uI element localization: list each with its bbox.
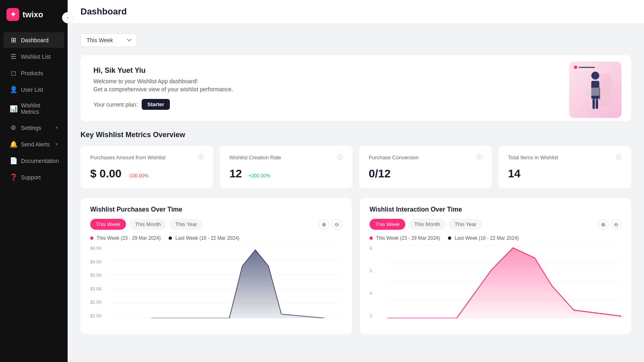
logo-icon: ✦ (6, 8, 19, 21)
sidebar-item-documentation[interactable]: 📄 Documentation (3, 153, 64, 169)
content-area: This Week This Month This Year Hi, Sik Y… (68, 24, 644, 344)
interaction-zoom-in-button[interactable]: ⊕ (598, 219, 609, 230)
metric-info-creation[interactable]: ⓘ (337, 154, 343, 161)
metrics-grid: Purchases Amount from Wishlist ⓘ $ 0.00 … (80, 146, 631, 188)
svg-rect-0 (599, 74, 611, 106)
welcome-plan-row: Your current plan: Starter (93, 99, 618, 110)
interaction-zoom-out-button[interactable]: ⊖ (611, 219, 621, 230)
sidebar-item-wishlist-list[interactable]: ☰ Wishlist List (3, 49, 64, 64)
sidebar-item-send-alerts[interactable]: 🔔 Send Alerts ▾ (3, 136, 64, 152)
purchases-zoom-out-button[interactable]: ⊖ (332, 219, 342, 230)
send-alerts-icon: 🔔 (10, 140, 17, 148)
support-icon: ❓ (10, 173, 17, 181)
interaction-chart-area: 6 5 4 3 (369, 246, 621, 326)
svg-rect-3 (592, 99, 595, 109)
sidebar-label-settings: Settings (21, 125, 41, 131)
illustration-line (579, 67, 595, 68)
metric-value-creation: 12 (229, 167, 242, 180)
metric-header-total: Total Items in Wishlist ⓘ (508, 154, 621, 161)
metric-info-conversion[interactable]: ⓘ (477, 154, 482, 161)
purchases-chart-inner (108, 246, 342, 318)
dot-red (574, 66, 577, 69)
purchases-legend-this-week: This Week (23 - 29 Mar 2024) (90, 235, 161, 241)
metric-bottom-total: 14 (508, 167, 621, 180)
logo[interactable]: ✦ twixo (0, 0, 68, 29)
sidebar-label-send-alerts: Send Alerts (21, 141, 50, 148)
metric-header-purchases: Purchases Amount from Wishlist ⓘ (90, 154, 204, 161)
purchases-legend-dot-last-week (169, 237, 172, 240)
sidebar-item-support[interactable]: ❓ Support (3, 169, 64, 185)
settings-arrow-icon: ▾ (56, 125, 58, 130)
purchases-chart-zoom: ⊕ ⊖ (319, 219, 342, 230)
svg-rect-6 (585, 88, 599, 96)
sidebar-label-products: Products (21, 70, 43, 76)
purchases-y-label-3: $3.5K (90, 273, 106, 278)
interaction-chart-inner (387, 246, 621, 318)
metric-info-total[interactable]: ⓘ (616, 154, 621, 161)
purchases-zoom-in-button[interactable]: ⊕ (319, 219, 329, 230)
metric-label-purchases: Purchases Amount from Wishlist (90, 154, 165, 160)
wishlist-list-icon: ☰ (10, 53, 17, 60)
sidebar-label-wishlist-metrics: Wishlist Metrics (21, 102, 58, 115)
purchases-chart-tabs: This Week This Month This Year ⊕ ⊖ (90, 219, 342, 230)
svg-point-1 (591, 72, 599, 80)
sidebar-item-dashboard[interactable]: ⊞ Dashboard (3, 32, 64, 48)
interaction-chart-card: Wishlist Interaction Over Time This Week… (360, 198, 631, 334)
purchases-tab-this-year[interactable]: This Year (169, 219, 202, 230)
interaction-tab-this-year[interactable]: This Year (449, 219, 482, 230)
sidebar-item-settings[interactable]: ⚙ Settings ▾ (3, 120, 64, 136)
interaction-y-labels: 6 5 4 3 (369, 246, 386, 318)
sidebar-item-user-list[interactable]: 👤 User List (3, 82, 64, 97)
metric-card-purchases-amount: Purchases Amount from Wishlist ⓘ $ 0.00 … (80, 146, 213, 188)
purchases-y-label-4: $3.0K (90, 286, 106, 291)
interaction-chart-tabs: This Week This Month This Year ⊕ ⊖ (369, 219, 621, 230)
wishlist-metrics-icon: 📊 (10, 105, 17, 113)
interaction-legend-dot-last-week (448, 237, 451, 240)
interaction-legend-this-week: This Week (23 - 29 Mar 2024) (369, 235, 440, 241)
metric-card-total-items: Total Items in Wishlist ⓘ 14 (498, 146, 631, 188)
svg-rect-5 (599, 88, 600, 100)
purchases-y-label-2: $4.0K (90, 259, 106, 264)
metric-value-total: 14 (508, 167, 520, 180)
purchases-chart-title: Wishlist Purchases Over Time (90, 206, 342, 213)
metric-label-conversion: Purchase Conversion (369, 154, 419, 160)
purchases-legend-dot-this-week (90, 237, 93, 240)
purchases-tab-this-week[interactable]: This Week (90, 219, 126, 230)
purchases-chart-card: Wishlist Purchases Over Time This Week T… (80, 198, 352, 334)
welcome-illustration (569, 62, 621, 118)
interaction-chart-svg (387, 246, 621, 318)
metric-label-total: Total Items in Wishlist (508, 154, 558, 160)
purchases-y-label-5: $2.5K (90, 300, 106, 304)
metric-card-conversion: Purchase Conversion ⓘ 0/12 (359, 146, 492, 188)
sidebar-item-wishlist-metrics[interactable]: 📊 Wishlist Metrics (3, 98, 64, 119)
metric-change-purchases: -100.00% (128, 173, 149, 179)
interaction-chart-legend: This Week (23 - 29 Mar 2024) Last Week (… (369, 235, 621, 241)
welcome-line2: Get a comprehensive view of your wishlis… (93, 86, 618, 93)
purchases-y-label-6: $2.0K (90, 313, 106, 318)
products-icon: ◻ (10, 69, 17, 77)
welcome-greeting: Hi, Sik Yuet Yiu (93, 66, 618, 75)
sidebar-collapse-button[interactable]: ‹ (62, 12, 73, 23)
plan-badge: Starter (142, 99, 170, 110)
topbar: Dashboard (68, 0, 644, 24)
person-illustration (577, 66, 613, 114)
welcome-card: Hi, Sik Yuet Yiu Welcome to your Wishlis… (80, 55, 631, 121)
documentation-icon: 📄 (10, 157, 17, 165)
sidebar-nav: ⊞ Dashboard ☰ Wishlist List ◻ Products 👤… (0, 29, 68, 188)
purchases-chart-area: $4.5K $4.0K $3.5K $3.0K $2.5K $2.0K (90, 246, 342, 326)
charts-row: Wishlist Purchases Over Time This Week T… (80, 198, 631, 334)
svg-rect-4 (596, 99, 598, 109)
purchases-chart-legend: This Week (23 - 29 Mar 2024) Last Week (… (90, 235, 342, 241)
metric-header-creation: Wishlist Creation Rate ⓘ (229, 154, 343, 161)
interaction-y-label-1: 6 (369, 246, 386, 251)
metric-card-creation-rate: Wishlist Creation Rate ⓘ 12 +200.00% (220, 146, 353, 188)
sidebar-item-products[interactable]: ◻ Products (3, 65, 64, 81)
illustration-dots (574, 66, 595, 69)
purchases-tab-this-month[interactable]: This Month (129, 219, 166, 230)
interaction-tab-this-month[interactable]: This Month (409, 219, 446, 230)
logo-text: twixo (23, 10, 43, 19)
metric-info-purchases[interactable]: ⓘ (198, 154, 204, 161)
sidebar-label-wishlist-list: Wishlist List (21, 53, 51, 60)
interaction-tab-this-week[interactable]: This Week (369, 219, 405, 230)
time-filter-select[interactable]: This Week This Month This Year (80, 33, 137, 47)
